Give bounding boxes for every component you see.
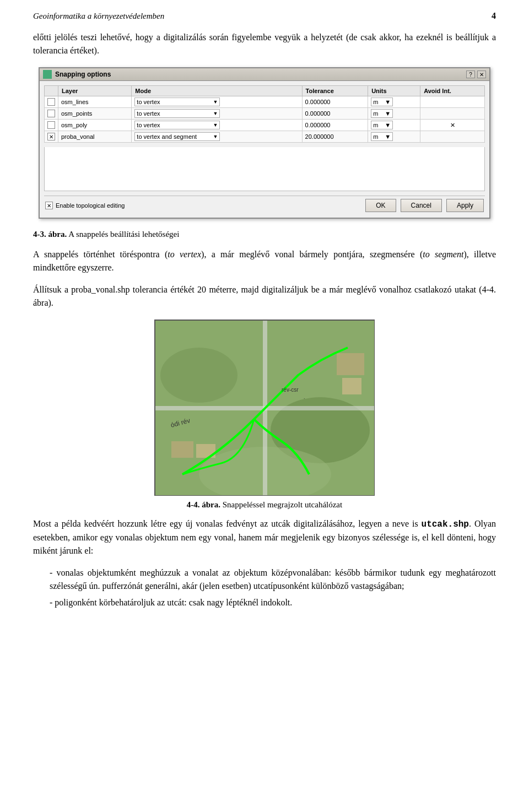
row-unit[interactable]: m▼ <box>368 120 420 131</box>
snap-table: Layer Mode Tolerance Units Avoid Int. os… <box>44 85 485 143</box>
mode-dropdown[interactable]: to vertex▼ <box>134 109 220 118</box>
dialog-titlebar: Snapping options ? ✕ <box>40 68 489 81</box>
row-checkbox-cell[interactable] <box>45 131 58 143</box>
svg-text:rév-csr: rév-csr <box>282 387 299 393</box>
page-header: Geoinformatika a környezetvédelemben 4 <box>33 11 496 21</box>
row-tolerance: 20.000000 <box>302 131 368 143</box>
unit-dropdown[interactable]: m▼ <box>371 132 393 141</box>
list-item-2: poligonként körbehatároljuk az utcát: cs… <box>50 596 496 609</box>
col-avoid-int: Avoid Int. <box>420 86 485 96</box>
table-header-row: Layer Mode Tolerance Units Avoid Int. <box>45 86 485 96</box>
row-tolerance: 0.000000 <box>302 108 368 120</box>
intro-paragraph: előtti jelölés teszi lehetővé, hogy a di… <box>33 31 496 57</box>
row-avoid-int[interactable] <box>420 96 485 108</box>
row-unit[interactable]: m▼ <box>368 108 420 120</box>
map-image: ódi rév rév-csr · <box>154 320 375 496</box>
topo-label: Enable topological editing <box>56 202 125 209</box>
empty-table-area <box>44 147 485 191</box>
snap-table-body: osm_linesto vertex▼0.000000m▼osm_pointst… <box>45 96 485 143</box>
svg-rect-6 <box>337 353 364 375</box>
row-avoid-int[interactable] <box>420 108 485 120</box>
row-avoid-int[interactable]: ✕ <box>420 120 485 131</box>
row-layer: osm_poly <box>58 120 132 131</box>
svg-rect-7 <box>342 378 361 394</box>
row-mode[interactable]: to vertex▼ <box>132 96 302 108</box>
snap-vertex: to vertex <box>168 250 201 259</box>
table-row: osm_pointsto vertex▼0.000000m▼ <box>45 108 485 120</box>
dialog-titlebar-controls[interactable]: ? ✕ <box>466 71 486 78</box>
dialog-titlebar-left: Snapping options <box>43 70 111 79</box>
row-checkbox[interactable] <box>47 98 55 106</box>
col-units: Units <box>368 86 420 96</box>
dialog-footer-left: Enable topological editing <box>45 202 125 209</box>
mode-dropdown[interactable]: to vertex▼ <box>134 121 220 129</box>
snap-explanation: A snappelés történhet töréspontra (to ve… <box>33 248 496 274</box>
snapping-options-dialog: Snapping options ? ✕ Layer Mode Toleranc… <box>39 67 490 219</box>
row-tolerance: 0.000000 <box>302 120 368 131</box>
proba-vonal-text: Állítsuk a proba_vonal.shp tolerancia ér… <box>33 283 496 310</box>
svg-text:·: · <box>304 396 305 401</box>
fig43-label: 4-3. ábra. <box>33 230 67 239</box>
map-wrapper: ódi rév rév-csr · 4-4. ábra. Snappelésse… <box>33 320 496 510</box>
row-checkbox[interactable] <box>47 110 55 117</box>
intro-text: előtti jelölés teszi lehetővé, hogy a di… <box>33 33 496 55</box>
list-item-1: vonalas objektumként meghúzzuk a vonalat… <box>50 566 496 593</box>
row-layer: osm_lines <box>58 96 132 108</box>
row-unit[interactable]: m▼ <box>368 96 420 108</box>
svg-rect-4 <box>171 441 193 458</box>
snap-segment: to segment <box>423 250 463 259</box>
row-mode[interactable]: to vertex▼ <box>132 108 302 120</box>
help-button[interactable]: ? <box>466 71 475 78</box>
row-checkbox[interactable] <box>47 133 55 140</box>
fig44-caption: 4-4. ábra. Snappeléssel megrajzolt utcah… <box>187 500 342 510</box>
cancel-button[interactable]: Cancel <box>401 199 442 212</box>
header-title: Geoinformatika a környezetvédelemben <box>33 12 164 21</box>
row-layer: proba_vonal <box>58 131 132 143</box>
snap-text2: ), a már meglévő vonal bármely pontjára,… <box>201 250 423 259</box>
row-mode[interactable]: to vertex▼ <box>132 120 302 131</box>
mode-dropdown[interactable]: to vertex▼ <box>134 98 220 106</box>
dialog-body: Layer Mode Tolerance Units Avoid Int. os… <box>40 81 489 218</box>
fig44-label: 4-4. ábra. <box>187 500 220 509</box>
col-layer: Layer <box>58 86 132 96</box>
row-checkbox[interactable] <box>47 121 55 129</box>
row-checkbox-cell[interactable] <box>45 120 58 131</box>
fig44-text: Snappeléssel megrajzolt utcahálózat <box>223 500 342 509</box>
mode-dropdown[interactable]: to vertex and segment▼ <box>134 132 220 141</box>
close-button[interactable]: ✕ <box>477 71 486 78</box>
row-mode[interactable]: to vertex and segment▼ <box>132 131 302 143</box>
table-row: osm_linesto vertex▼0.000000m▼ <box>45 96 485 108</box>
utcak-mono: utcak.shp <box>422 519 469 529</box>
dialog-icon <box>43 70 52 79</box>
unit-dropdown[interactable]: m▼ <box>371 121 393 129</box>
dialog-footer: Enable topological editing OK Cancel App… <box>44 196 485 213</box>
row-checkbox-cell[interactable] <box>45 96 58 108</box>
row-checkbox-cell[interactable] <box>45 108 58 120</box>
unit-dropdown[interactable]: m▼ <box>371 98 393 106</box>
ok-button[interactable]: OK <box>365 199 396 212</box>
table-row: osm_polyto vertex▼0.000000m▼✕ <box>45 120 485 131</box>
snap-text1: A snappelés történhet töréspontra ( <box>33 250 168 259</box>
body-text2-span: Most a példa kedvéért hozzunk létre egy … <box>33 519 422 528</box>
row-unit[interactable]: m▼ <box>368 131 420 143</box>
svg-point-1 <box>160 348 237 403</box>
avoid-x-mark[interactable]: ✕ <box>450 122 455 128</box>
dialog-wrapper: Snapping options ? ✕ Layer Mode Toleranc… <box>33 67 496 219</box>
apply-button[interactable]: Apply <box>446 199 484 212</box>
topo-checkbox[interactable] <box>45 202 53 209</box>
row-avoid-int[interactable] <box>420 131 485 143</box>
col-mode: Mode <box>132 86 302 96</box>
dialog-footer-right[interactable]: OK Cancel Apply <box>365 199 484 212</box>
row-tolerance: 0.000000 <box>302 96 368 108</box>
row-layer: osm_points <box>58 108 132 120</box>
col-tolerance: Tolerance <box>302 86 368 96</box>
page-number: 4 <box>492 11 496 21</box>
body-list: vonalas objektumként meghúzzuk a vonalat… <box>50 566 496 609</box>
fig43-text: A snappelés beállítási lehetőségei <box>68 230 179 239</box>
body-text2: Most a példa kedvéért hozzunk létre egy … <box>33 517 496 557</box>
col-checkbox <box>45 86 58 96</box>
fig43-caption: 4-3. ábra. A snappelés beállítási lehető… <box>33 229 496 240</box>
table-row: proba_vonalto vertex and segment▼20.0000… <box>45 131 485 143</box>
dialog-title: Snapping options <box>55 71 111 78</box>
unit-dropdown[interactable]: m▼ <box>371 109 393 118</box>
